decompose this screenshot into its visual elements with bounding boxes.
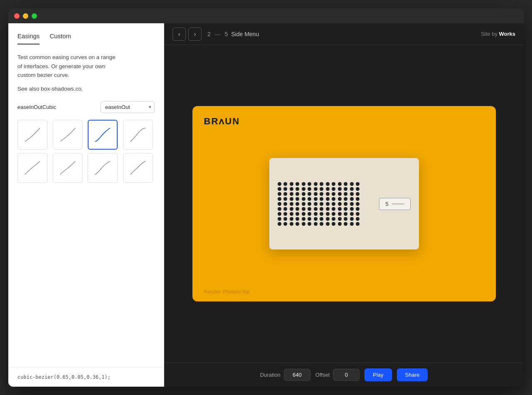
speaker-dot: [314, 217, 318, 221]
speaker-dot: [308, 187, 311, 191]
speaker-dot: [278, 182, 281, 186]
duration-label: Duration: [260, 372, 281, 378]
speaker-dot: [308, 202, 311, 206]
speaker-dot: [308, 207, 311, 211]
speaker-dot: [326, 182, 330, 186]
duration-group: Duration: [260, 369, 310, 381]
minimize-button[interactable]: [23, 13, 28, 19]
speaker-dot: [344, 222, 347, 226]
speaker-dot: [308, 217, 311, 221]
speaker-dot: [302, 202, 305, 206]
offset-group: Offset: [315, 369, 360, 381]
speaker-dot: [338, 197, 342, 201]
easing-dropdown[interactable]: easeInOut easeIn easeOut linear: [101, 101, 155, 113]
curve-cell-2[interactable]: [88, 120, 118, 150]
speaker-dot: [338, 212, 342, 216]
speaker-dot: [332, 187, 335, 191]
speaker-dot: [283, 212, 287, 216]
traffic-lights: [14, 13, 37, 19]
speaker-dot: [326, 197, 330, 201]
speaker-dot: [350, 222, 354, 226]
speaker-dot: [320, 212, 323, 216]
offset-input[interactable]: [333, 369, 360, 381]
speaker-dot: [320, 192, 323, 196]
speaker-dot: [296, 222, 299, 226]
curve-cell-6[interactable]: [88, 153, 118, 183]
speaker-dot: [350, 212, 354, 216]
speaker-dot: [290, 197, 293, 201]
sidebar-footer: cubic-bezier(0.65,0.05,0.36,1);: [8, 367, 164, 387]
speaker-dot: [283, 187, 287, 191]
display-number: 5: [385, 201, 388, 207]
speaker-dot: [296, 212, 299, 216]
speaker-dot: [283, 197, 287, 201]
sidebar-header: Easings Custom: [8, 23, 164, 44]
speaker-dot: [332, 192, 335, 196]
speaker-dot: [278, 222, 281, 226]
speaker-dot: [344, 182, 347, 186]
speaker-dot: [344, 217, 347, 221]
speaker-dot: [320, 217, 323, 221]
easing-controls: easeInOutCubic easeInOut easeIn easeOut …: [17, 101, 155, 113]
speaker-dot: [278, 187, 281, 191]
preview-area: BRʌUN 5 Render: Phoenix: [164, 45, 524, 363]
speaker-dot: [278, 207, 281, 211]
description: Test common easing curves on a range of …: [17, 53, 155, 80]
speaker-dot: [308, 192, 311, 196]
speaker-dot: [338, 207, 342, 211]
app-window: Easings Custom Test common easing curves…: [8, 8, 524, 387]
curve-cell-3[interactable]: [123, 120, 153, 150]
speaker-dot: [290, 207, 293, 211]
speaker-dot: [302, 182, 305, 186]
speaker-dot: [290, 192, 293, 196]
tab-bar: Easings Custom: [17, 32, 155, 44]
speaker-dot: [296, 197, 299, 201]
curve-cell-0[interactable]: [17, 120, 47, 150]
speaker-dot: [350, 182, 354, 186]
curve-cell-4[interactable]: [17, 153, 47, 183]
speaker-dot: [314, 182, 318, 186]
speaker-dot: [326, 192, 330, 196]
speaker-dot: [332, 207, 335, 211]
duration-input[interactable]: [284, 369, 310, 381]
speaker-dot: [338, 192, 342, 196]
speaker-dot: [320, 207, 323, 211]
speaker-dot: [283, 202, 287, 206]
braun-device: 5: [269, 158, 419, 249]
tab-easings[interactable]: Easings: [17, 32, 39, 44]
easing-name-label: easeInOutCubic: [17, 104, 96, 110]
speaker-dot: [290, 222, 293, 226]
speaker-dot: [278, 202, 281, 206]
see-also-text: See also box-shadows.co.: [17, 86, 155, 92]
tab-custom[interactable]: Custom: [49, 32, 71, 44]
speaker-grille: [278, 166, 361, 241]
main-area: ‹ › 2 — 5 Side Menu Site by Works BRʌUN: [164, 23, 524, 387]
speaker-dot: [320, 202, 323, 206]
close-button[interactable]: [14, 13, 20, 19]
speaker-dot: [290, 187, 293, 191]
speaker-dot: [332, 182, 335, 186]
speaker-dot: [326, 202, 330, 206]
speaker-dot: [326, 222, 330, 226]
speaker-dot: [344, 192, 347, 196]
site-credit: Site by Works: [481, 31, 515, 37]
page-info: 2 — 5 Side Menu: [207, 31, 259, 37]
maximize-button[interactable]: [32, 13, 37, 19]
device-controls: 5: [379, 198, 410, 210]
speaker-dot: [283, 222, 287, 226]
speaker-dot: [302, 207, 305, 211]
share-button[interactable]: Share: [397, 368, 428, 381]
speaker-dot: [326, 187, 330, 191]
curve-cell-7[interactable]: [123, 153, 153, 183]
speaker-dot: [290, 212, 293, 216]
play-button[interactable]: Play: [365, 368, 392, 381]
curve-cell-1[interactable]: [53, 120, 83, 150]
curve-cell-5[interactable]: [53, 153, 83, 183]
speaker-dot: [314, 212, 318, 216]
nav-next-button[interactable]: ›: [188, 27, 202, 41]
speaker-dot: [278, 192, 281, 196]
speaker-dot: [350, 192, 354, 196]
nav-prev-button[interactable]: ‹: [172, 27, 186, 41]
speaker-dot: [290, 202, 293, 206]
speaker-dot: [350, 202, 354, 206]
